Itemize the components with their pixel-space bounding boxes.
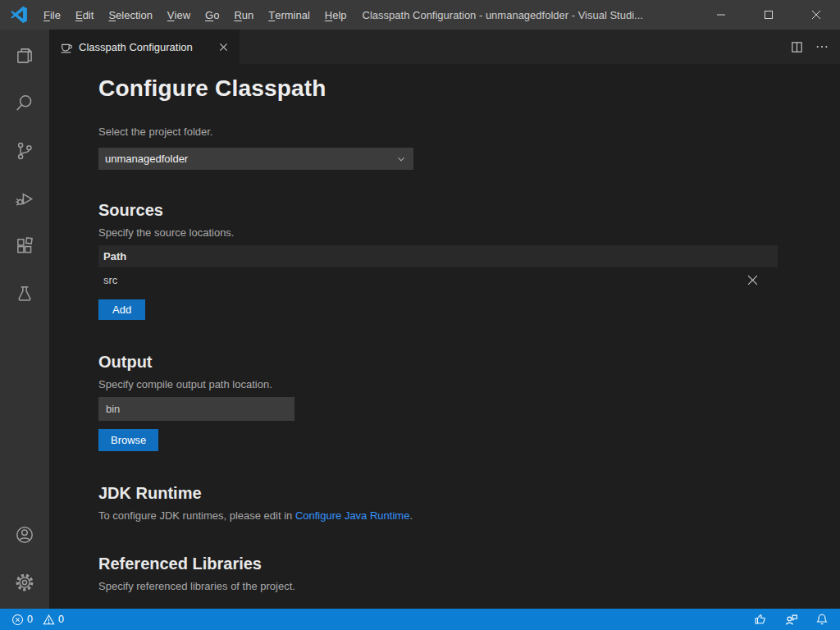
errors-count: 0	[27, 614, 33, 625]
title-bar: File Edit Selection View Go Run Terminal…	[0, 0, 840, 30]
output-heading: Output	[98, 353, 778, 372]
java-cup-icon	[59, 40, 73, 54]
run-and-debug-icon[interactable]	[0, 177, 49, 220]
testing-icon[interactable]	[0, 272, 49, 315]
feedback-thumbs-up-icon[interactable]	[754, 613, 767, 626]
sources-heading: Sources	[98, 201, 778, 220]
maximize-button[interactable]	[745, 0, 792, 30]
source-control-icon[interactable]	[0, 130, 49, 172]
browse-button[interactable]: Browse	[98, 429, 158, 451]
window-controls	[697, 0, 840, 30]
window-title: Classpath Configuration - unmanagedfolde…	[363, 9, 643, 21]
vscode-logo-icon	[10, 6, 28, 24]
output-description: Specify compile output path location.	[98, 378, 778, 390]
jdk-text-after: .	[409, 509, 413, 522]
explorer-icon[interactable]	[0, 34, 49, 77]
search-icon[interactable]	[0, 82, 49, 125]
output-path-input[interactable]	[98, 397, 294, 421]
classpath-configuration-view: Configure Classpath Select the project f…	[49, 64, 840, 609]
minimize-button[interactable]	[697, 0, 745, 30]
warnings-icon	[43, 614, 55, 626]
configure-java-runtime-link[interactable]: Configure Java Runtime	[295, 509, 409, 522]
referenced-libraries-heading: Referenced Libraries	[98, 555, 778, 573]
jdk-runtime-text: To configure JDK runtimes, please edit i…	[98, 509, 778, 522]
extensions-icon[interactable]	[0, 225, 49, 267]
settings-gear-icon[interactable]	[0, 561, 49, 604]
sources-column-path: Path	[98, 245, 778, 267]
menu-selection[interactable]: Selection	[101, 4, 159, 25]
project-folder-select[interactable]: unmanagedfolder	[98, 148, 413, 170]
sources-description: Specify the source locations.	[98, 226, 778, 239]
jdk-text-before: To configure JDK runtimes, please edit i…	[98, 509, 295, 522]
more-actions-icon[interactable]	[815, 40, 829, 53]
menu-terminal[interactable]: Terminal	[261, 4, 317, 25]
errors-icon	[11, 614, 24, 626]
source-path-cell: src	[103, 274, 743, 286]
jdk-runtime-heading: JDK Runtime	[98, 484, 778, 503]
menu-help[interactable]: Help	[317, 4, 354, 25]
activity-bar	[0, 30, 49, 609]
chevron-down-icon	[395, 153, 407, 165]
close-window-button[interactable]	[792, 0, 840, 30]
table-row[interactable]: src	[98, 267, 778, 292]
accounts-icon[interactable]	[0, 514, 49, 556]
notifications-bell-icon[interactable]	[815, 613, 829, 626]
tab-bar: Classpath Configuration	[49, 30, 840, 64]
split-editor-icon[interactable]	[790, 40, 804, 54]
page-title: Configure Classpath	[98, 75, 778, 102]
warnings-count: 0	[58, 614, 64, 625]
menu-go[interactable]: Go	[198, 4, 226, 25]
menu-bar: File Edit Selection View Go Run Terminal…	[36, 0, 354, 30]
sources-table: Path src	[98, 245, 778, 292]
project-folder-label: Select the project folder.	[98, 126, 778, 138]
add-source-button[interactable]: Add	[98, 299, 145, 320]
remove-source-icon[interactable]	[743, 271, 761, 289]
menu-run[interactable]: Run	[226, 4, 261, 25]
tab-label: Classpath Configuration	[79, 41, 209, 53]
status-bar: 0 0	[0, 609, 840, 630]
menu-view[interactable]: View	[160, 4, 198, 25]
tab-classpath-configuration[interactable]: Classpath Configuration	[49, 30, 240, 64]
menu-file[interactable]: File	[36, 4, 68, 25]
menu-edit[interactable]: Edit	[68, 4, 101, 25]
editor-actions	[790, 30, 840, 64]
tab-close-icon[interactable]	[215, 39, 231, 55]
problems-status[interactable]: 0 0	[8, 609, 67, 630]
referenced-libraries-description: Specify referenced libraries of the proj…	[98, 580, 778, 592]
project-folder-selected-value: unmanagedfolder	[105, 153, 395, 165]
remote-feedback-icon[interactable]	[784, 613, 798, 627]
